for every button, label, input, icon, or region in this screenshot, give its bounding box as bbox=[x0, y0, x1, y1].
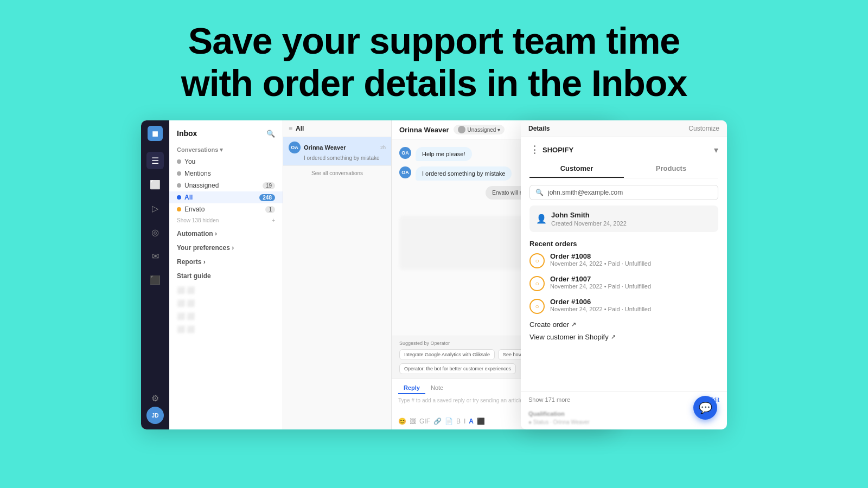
inbox-icon[interactable]: ☰ bbox=[146, 152, 164, 169]
sidebar-item-unassigned[interactable]: Unassigned 19 bbox=[169, 179, 283, 191]
hero-line2: with order details in the Inbox bbox=[181, 62, 687, 104]
three-dots-icon: ⋮ bbox=[529, 144, 539, 156]
shopify-tabs: Customer Products bbox=[529, 160, 718, 178]
emoji-icon[interactable]: 😊 bbox=[398, 418, 406, 425]
integrations-icon[interactable]: ◎ bbox=[146, 223, 164, 241]
suggestion-pill-1[interactable]: Integrate Google Analytics with Gliksale bbox=[399, 349, 495, 360]
hero-line1: Save your support team time bbox=[188, 20, 680, 61]
note-tab[interactable]: Note bbox=[425, 382, 449, 394]
analytics-icon[interactable]: ⬜ bbox=[146, 176, 164, 193]
order-number: Order #1008 bbox=[550, 252, 651, 260]
order-meta-2: November 24, 2022 • Paid · Unfulfilled bbox=[550, 283, 651, 290]
left-sidebar: Inbox 🔍 Conversations ▾ You Mentions bbox=[169, 120, 283, 429]
gif-icon[interactable]: GIF bbox=[419, 418, 430, 425]
order-number-3: Order #1006 bbox=[550, 298, 651, 306]
conversations-section-label: Conversations ▾ bbox=[169, 141, 283, 156]
customize-tab-label[interactable]: Customize bbox=[688, 125, 719, 132]
sidebar-bottom-1: ⬜ ⬜ bbox=[177, 286, 275, 294]
conversation-item-orinna[interactable]: OA Orinna Weaver 2h I ordered something … bbox=[283, 137, 391, 166]
conv-avatar: OA bbox=[289, 142, 301, 153]
order-meta: November 24, 2022 • Paid · Unfulfilled bbox=[550, 260, 651, 267]
order-number-2: Order #1007 bbox=[550, 275, 651, 283]
create-order-link[interactable]: Create order ↗ bbox=[529, 320, 718, 329]
customer-search[interactable]: 🔍 john.smith@example.com bbox=[529, 185, 718, 200]
filter-icon: ≡ bbox=[289, 125, 292, 132]
sidebar-preferences[interactable]: Your preferences › bbox=[169, 240, 283, 254]
chat-header-name: Orinna Weaver bbox=[399, 126, 449, 134]
shopify-panel: Details Customize ⋮ SHOPIFY ▾ Customer P… bbox=[521, 120, 727, 429]
search-value: john.smith@example.com bbox=[548, 189, 623, 196]
sidebar-automation[interactable]: Automation › bbox=[169, 226, 283, 240]
conv-panel-header: ≡ All bbox=[283, 120, 391, 137]
chevron-down-icon[interactable]: ▾ bbox=[714, 145, 718, 155]
campaigns-icon[interactable]: ▷ bbox=[146, 200, 164, 217]
customer-card: 👤 John Smith Created November 24, 2022 bbox=[529, 206, 718, 232]
shopify-header: ⋮ SHOPIFY ▾ bbox=[521, 137, 727, 160]
sidebar-bottom-4: ⬜ ⬜ bbox=[177, 325, 275, 333]
sidebar-item-mentions[interactable]: Mentions bbox=[169, 168, 283, 179]
customer-icon: 👤 bbox=[536, 214, 547, 224]
settings-icon[interactable]: ⚙ bbox=[146, 389, 164, 407]
order-item-1008[interactable]: ○ Order #1008 November 24, 2022 • Paid ·… bbox=[529, 252, 718, 268]
sidebar-title: Inbox bbox=[177, 129, 197, 138]
tab-customer[interactable]: Customer bbox=[529, 160, 624, 178]
avatar-icon[interactable]: JD bbox=[146, 407, 164, 424]
image-icon[interactable]: 🖼 bbox=[410, 418, 416, 425]
order-status-icon: ○ bbox=[529, 253, 545, 268]
order-item-1006[interactable]: ○ Order #1006 November 24, 2022 • Paid ·… bbox=[529, 298, 718, 314]
apps-icon[interactable]: ⬛ bbox=[477, 418, 485, 425]
order-item-1007[interactable]: ○ Order #1007 November 24, 2022 • Paid ·… bbox=[529, 275, 718, 291]
search-icon[interactable]: 🔍 bbox=[266, 130, 275, 138]
suggestion-pill-3[interactable]: Operator: the bot for better customer ex… bbox=[399, 363, 516, 374]
more-icon[interactable]: A bbox=[469, 418, 474, 425]
order-status-icon-3: ○ bbox=[529, 299, 545, 314]
sidebar-header: Inbox 🔍 bbox=[169, 126, 283, 141]
sidebar-show-hidden[interactable]: Show 138 hidden + bbox=[169, 215, 283, 226]
messages-icon[interactable]: ✉ bbox=[146, 247, 164, 265]
bold-icon[interactable]: B bbox=[456, 418, 461, 425]
shopify-label: SHOPIFY bbox=[542, 146, 573, 154]
search-icon: 🔍 bbox=[535, 189, 544, 196]
article-icon[interactable]: 📄 bbox=[445, 418, 453, 425]
external-link-icon: ↗ bbox=[571, 321, 576, 328]
italic-icon[interactable]: I bbox=[464, 418, 465, 425]
tab-products[interactable]: Products bbox=[624, 160, 718, 178]
customer-name: John Smith bbox=[551, 211, 627, 219]
icon-strip: ◼ ☰ ⬜ ▷ ◎ ✉ ⬛ ⚙ JD bbox=[141, 120, 169, 429]
link-icon[interactable]: 🔗 bbox=[433, 418, 442, 425]
sidebar-item-envato[interactable]: Envato 1 bbox=[169, 203, 283, 215]
sidebar-item-you[interactable]: You bbox=[169, 156, 283, 168]
conversation-panel: ≡ All OA Orinna Weaver 2h I ordered some… bbox=[283, 120, 392, 429]
external-link-icon-2: ↗ bbox=[611, 333, 616, 341]
details-tab-label[interactable]: Details bbox=[528, 125, 550, 132]
sidebar-bottom-3: ⬜ ⬜ bbox=[177, 312, 275, 320]
see-all-conversations[interactable]: See all conversations bbox=[283, 166, 391, 181]
customer-created: Created November 24, 2022 bbox=[551, 220, 627, 227]
sidebar-start-guide[interactable]: Start guide bbox=[169, 268, 283, 282]
screenshot-container: ◼ ☰ ⬜ ▷ ◎ ✉ ⬛ ⚙ JD Inbox 🔍 Conversations… bbox=[141, 120, 727, 440]
show-more-link[interactable]: Show 171 more bbox=[528, 396, 570, 403]
hero-title: Save your support team time with order d… bbox=[138, 0, 730, 120]
view-customer-link[interactable]: View customer in Shopify ↗ bbox=[529, 333, 718, 341]
sidebar-item-all[interactable]: All 248 bbox=[169, 191, 283, 203]
reply-tab[interactable]: Reply bbox=[398, 382, 425, 394]
shopify-body: 🔍 john.smith@example.com 👤 John Smith Cr… bbox=[521, 178, 727, 391]
app-logo: ◼ bbox=[148, 126, 163, 141]
reports-icon[interactable]: ⬛ bbox=[146, 271, 164, 288]
order-status-icon-2: ○ bbox=[529, 276, 545, 291]
assigned-badge: Unassigned ▾ bbox=[454, 125, 505, 134]
order-meta-3: November 24, 2022 • Paid · Unfulfilled bbox=[550, 306, 651, 312]
sidebar-bottom-2: ⬜ ⬜ bbox=[177, 299, 275, 307]
sidebar-reports[interactable]: Reports › bbox=[169, 254, 283, 268]
recent-orders-label: Recent orders bbox=[529, 240, 718, 248]
